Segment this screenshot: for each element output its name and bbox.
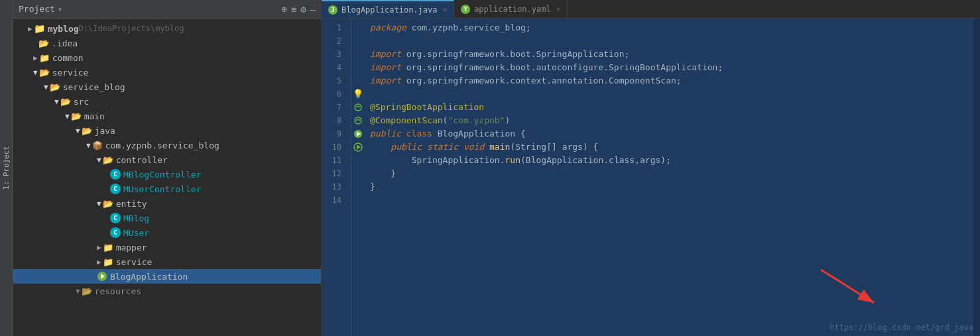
panel-dropdown-icon[interactable]: ▾ (58, 5, 62, 14)
tree-label: com.yzpnb.service_blog (105, 140, 219, 150)
folder-icon: 📁 (103, 257, 113, 267)
line-num-5: 5 (322, 74, 345, 87)
vertical-tab-label: 1: Project (2, 146, 11, 190)
folder-icon: 📂 (82, 126, 92, 136)
tree-arrow: ▼ (54, 97, 59, 106)
watermark: https://blog.csdn.net/grd_java (829, 323, 973, 332)
tree-item-mblogcontroller[interactable]: C MBlogController (13, 167, 321, 182)
tree-item-blogapplication[interactable]: BlogApplication (13, 269, 321, 284)
tree-item-service[interactable]: ▼ 📂 service (13, 65, 321, 80)
folder-icon: 📂 (50, 82, 60, 92)
code-editor[interactable]: 1 2 3 4 5 6 7 8 9 10 11 12 13 14 💡 (322, 19, 980, 336)
tree-item-service-inner[interactable]: ▶ 📁 service (13, 254, 321, 269)
tree-label: service_blog (63, 82, 125, 92)
gutter-lightbulb[interactable]: 💡 (351, 87, 365, 101)
tab-close-icon[interactable]: ✕ (556, 5, 561, 13)
tree-item-muser[interactable]: C MUser (13, 225, 321, 240)
tree-label: service (116, 257, 153, 267)
tree-item-musercontroller[interactable]: C MUserController (13, 182, 321, 196)
class-icon: C (110, 213, 121, 223)
gutter-11 (351, 154, 365, 167)
tree-item-main[interactable]: ▼ 📂 main (13, 109, 321, 123)
code-line-12: } (370, 167, 973, 180)
tree-arrow: ▼ (76, 287, 80, 296)
tree-label: MBlogController (123, 170, 201, 180)
folder-icon: 📂 (82, 286, 92, 296)
tree-label: controller (116, 155, 168, 165)
tree-label: service (52, 68, 89, 78)
tree-arrow: ▼ (97, 156, 101, 164)
tree-item-package[interactable]: ▼ 📦 com.yzpnb.service_blog (13, 138, 321, 152)
code-line-8: @ComponentScan("com.yzpnb") (370, 114, 973, 127)
tree-item-entity[interactable]: ▼ 📂 entity (13, 196, 321, 211)
tab-java-icon: J (328, 5, 337, 15)
tree-path: D:\IdeaProjects\myblog (79, 24, 184, 33)
project-tree: ▶ 📁 myblog D:\IdeaProjects\myblog 📂 .ide… (13, 19, 321, 336)
collapse-icon[interactable]: ≡ (291, 4, 296, 15)
src-folder-icon: 📂 (60, 97, 71, 107)
line-num-10: 10 (322, 140, 345, 154)
tree-arrow: ▶ (33, 54, 38, 62)
code-line-14 (370, 194, 973, 207)
run-icon (353, 129, 363, 139)
line-num-7: 7 (322, 101, 345, 114)
panel-title-text: Project (19, 4, 55, 14)
folder-icon: 📂 (38, 38, 49, 48)
code-line-6 (370, 87, 973, 101)
gutter-bean-8[interactable] (351, 114, 365, 127)
tree-arrow: ▼ (86, 141, 91, 150)
code-line-10: public static void main(String[] args) { (370, 140, 973, 154)
tree-arrow: ▼ (76, 127, 80, 135)
tree-item-mblog[interactable]: C MBlog (13, 211, 321, 225)
tab-blogapplication[interactable]: J BlogApplication.java ✕ (322, 0, 454, 18)
tree-item-mapper[interactable]: ▶ 📁 mapper (13, 240, 321, 254)
tree-label: mapper (116, 243, 147, 252)
tab-close-icon[interactable]: ✕ (443, 5, 448, 14)
tab-yaml-icon: Y (461, 5, 470, 14)
gutter-run-10[interactable] (351, 140, 365, 154)
gutter-14 (351, 194, 365, 207)
gutter-bean-7[interactable] (351, 101, 365, 114)
editor-area: J BlogApplication.java ✕ Y application.y… (322, 0, 980, 336)
svg-marker-7 (357, 145, 361, 150)
code-content[interactable]: package com.yzpnb.service_blog; import o… (365, 19, 973, 336)
line-num-12: 12 (322, 167, 345, 180)
lightbulb-icon: 💡 (353, 87, 363, 101)
settings-icon[interactable]: ⚙ (300, 4, 306, 15)
gutter-13 (351, 180, 365, 194)
tree-arrow: ▼ (97, 199, 101, 208)
class-icon: C (110, 227, 121, 238)
tree-arrow: ▼ (33, 68, 38, 77)
tabs-bar: J BlogApplication.java ✕ Y application.y… (322, 0, 980, 19)
tree-label: .idea (52, 38, 78, 48)
code-line-7: @SpringBootApplication (370, 101, 973, 114)
tree-item-service-blog[interactable]: ▼ 📂 service_blog (13, 80, 321, 94)
tree-arrow: ▶ (97, 243, 101, 252)
tree-label: BlogApplication (110, 272, 188, 282)
editor-gutter: 💡 (351, 19, 365, 336)
tree-item-resources[interactable]: ▼ 📂 resources (13, 284, 321, 298)
minimize-icon[interactable]: — (310, 4, 316, 15)
svg-point-3 (355, 117, 361, 124)
project-panel: Project ▾ ⊕ ≡ ⚙ — ▶ 📁 myblog D:\IdeaProj… (0, 0, 322, 336)
package-icon: 📦 (92, 140, 103, 150)
tab-applicationyaml[interactable]: Y application.yaml ✕ (454, 0, 568, 18)
tree-item-java[interactable]: ▼ 📂 java (13, 123, 321, 138)
tree-item-myblog[interactable]: ▶ 📁 myblog D:\IdeaProjects\myblog (13, 21, 321, 36)
code-line-4: import org.springframework.boot.autoconf… (370, 61, 973, 74)
line-num-4: 4 (322, 61, 345, 74)
tree-arrow: ▶ (97, 258, 101, 266)
project-tab[interactable]: 1: Project (0, 0, 13, 336)
vertical-scrollbar[interactable] (973, 19, 980, 336)
folder-icon: 📁 (34, 23, 45, 34)
tree-item-idea[interactable]: 📂 .idea (13, 36, 321, 50)
code-line-1: package com.yzpnb.service_blog; (370, 21, 973, 34)
panel-title: Project ▾ (5, 4, 62, 14)
tree-item-src[interactable]: ▼ 📂 src (13, 94, 321, 109)
code-line-13: } (370, 180, 973, 194)
scope-icon[interactable]: ⊕ (281, 4, 286, 15)
tree-item-controller[interactable]: ▼ 📂 controller (13, 152, 321, 167)
tree-item-common[interactable]: ▶ 📁 common (13, 50, 321, 65)
code-line-9: public class BlogApplication { (370, 127, 973, 140)
gutter-run-9[interactable] (351, 127, 365, 140)
